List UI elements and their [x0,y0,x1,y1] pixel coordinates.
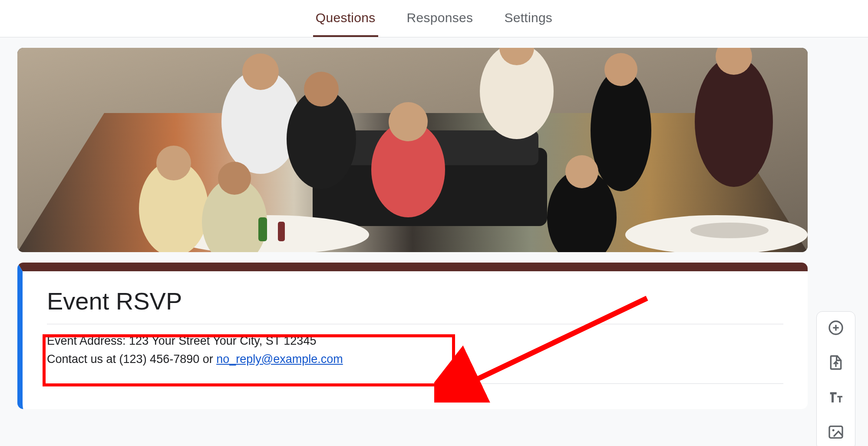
add-image-button[interactable] [827,424,845,442]
tab-settings[interactable]: Settings [502,0,555,37]
add-title-button[interactable] [827,389,845,407]
svg-point-11 [304,72,339,107]
add-circle-icon [827,319,845,338]
desc-line1: Event Address: 123 Your Street Your City… [47,334,316,347]
svg-point-33 [832,429,835,431]
svg-rect-32 [829,426,842,438]
svg-point-16 [695,57,773,187]
desc-line2-prefix: Contact us at (123) 456-7890 or [47,353,216,366]
workspace: Event RSVP Event Address: 123 Your Stree… [0,37,868,409]
form-title[interactable]: Event RSVP [47,287,783,315]
svg-point-9 [242,53,279,90]
divider [47,383,783,384]
svg-point-21 [218,162,251,195]
tab-bar: Questions Responses Settings [0,0,868,37]
form-title-card[interactable]: Event RSVP Event Address: 123 Your Stree… [17,263,808,409]
svg-point-14 [591,70,651,191]
svg-rect-25 [278,222,285,241]
svg-point-15 [604,53,637,86]
svg-point-23 [565,155,598,188]
import-icon [827,354,845,373]
add-question-button[interactable] [827,320,845,338]
question-toolbar [816,311,855,446]
svg-point-19 [156,146,191,180]
svg-point-7 [389,102,428,141]
divider [47,324,783,324]
header-image-svg [17,48,808,252]
form-header-image[interactable] [17,48,808,252]
import-questions-button[interactable] [827,354,845,373]
image-icon [827,423,845,443]
desc-email-link[interactable]: no_reply@example.com [216,353,343,366]
svg-rect-24 [258,217,267,241]
svg-point-26 [690,223,769,238]
form-description[interactable]: Event Address: 123 Your Street Your City… [47,332,783,369]
tab-questions[interactable]: Questions [313,0,378,37]
tab-responses[interactable]: Responses [404,0,476,37]
title-icon [827,389,845,408]
